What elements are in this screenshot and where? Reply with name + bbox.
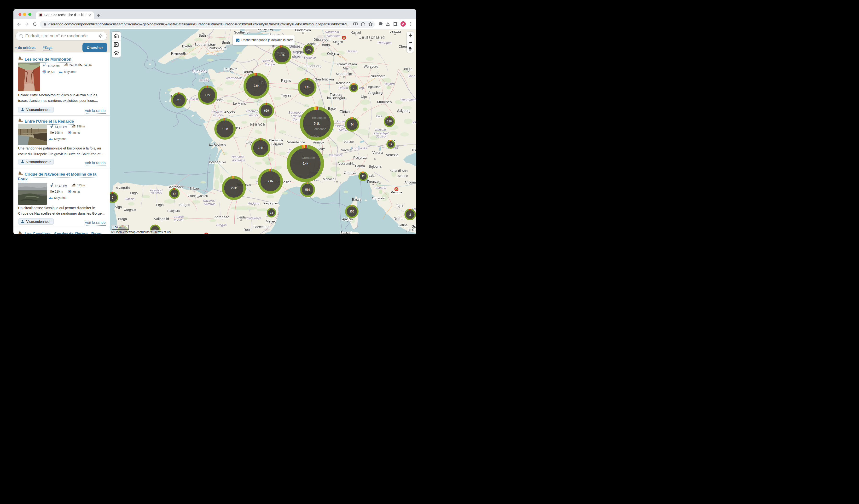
svg-text:Franche: Franche	[291, 114, 302, 118]
svg-text:Wallonie: Wallonie	[304, 56, 316, 59]
svg-text:Lugo: Lugo	[130, 191, 138, 195]
svg-text:Normandie: Normandie	[226, 76, 243, 80]
svg-text:Brigh: Brigh	[222, 41, 230, 44]
svg-text:Portsmouth: Portsmouth	[209, 46, 226, 50]
svg-text:Reus: Reus	[243, 228, 252, 232]
svg-text:Aragón: Aragón	[216, 223, 226, 227]
svg-text:2.3k: 2.3k	[231, 186, 237, 190]
svg-text:France: France	[250, 122, 265, 127]
svg-text:Alessandria: Alessandria	[337, 162, 355, 165]
svg-text:Asturies: Asturies	[151, 191, 162, 194]
svg-text:Jersey: Jersey	[199, 78, 210, 82]
svg-text:Verona: Verona	[372, 151, 383, 154]
svg-text:A Coruña: A Coruña	[116, 186, 130, 190]
svg-text:Catalunya: Catalunya	[247, 216, 261, 220]
svg-text:Karlsruhe: Karlsruhe	[336, 81, 350, 85]
svg-text:Lëtzebuerg: Lëtzebuerg	[303, 64, 321, 68]
svg-text:Grosseto: Grosseto	[372, 196, 385, 200]
svg-text:Grenoble: Grenoble	[302, 156, 315, 159]
svg-text:Annecy: Annecy	[313, 141, 324, 144]
svg-text:León: León	[156, 203, 164, 207]
svg-text:in Ca: in Ca	[408, 228, 416, 232]
svg-text:33: 33	[173, 192, 176, 195]
svg-text:France: France	[265, 62, 275, 66]
svg-text:Piemonte: Piemonte	[329, 153, 342, 157]
svg-text:1.1k: 1.1k	[304, 86, 310, 89]
svg-text:Koblenz: Koblenz	[327, 51, 339, 55]
svg-text:Troyes: Troyes	[281, 93, 291, 97]
svg-text:Bordeaux: Bordeaux	[209, 160, 224, 164]
svg-text:Kassel: Kassel	[351, 31, 361, 34]
svg-text:Genova: Genova	[344, 170, 357, 174]
svg-text:Bastia: Bastia	[352, 198, 361, 201]
svg-text:54: 54	[350, 123, 354, 126]
svg-text:Andorra: Andorra	[247, 202, 259, 205]
svg-text:Navarra /: Navarra /	[203, 199, 216, 202]
svg-text:Besançon: Besançon	[312, 116, 326, 120]
svg-text:Le Mans: Le Mans	[233, 102, 246, 105]
svg-text:Terni: Terni	[396, 204, 403, 208]
svg-text:1.2k: 1.2k	[205, 93, 210, 97]
svg-text:Deutschland: Deutschland	[358, 35, 385, 40]
svg-text:Parma: Parma	[355, 164, 365, 168]
svg-text:Salzburg: Salzburg	[397, 109, 410, 112]
svg-text:Hauts-d: Hauts-d	[261, 59, 273, 63]
svg-text:22: 22	[361, 175, 364, 178]
svg-text:Ulm: Ulm	[361, 95, 367, 98]
svg-text:6.4k: 6.4k	[302, 162, 308, 165]
svg-text:Südtirol: Südtirol	[376, 135, 386, 138]
svg-text:La Rochelle: La Rochelle	[209, 143, 226, 147]
svg-text:Monaco: Monaco	[323, 177, 334, 181]
svg-text:Sassari: Sassari	[340, 231, 351, 234]
svg-text:Basel: Basel	[328, 107, 336, 110]
svg-text:pezia: pezia	[367, 174, 375, 177]
svg-text:Clermont-: Clermont-	[269, 138, 283, 142]
svg-text:Latina: Latina	[398, 223, 407, 227]
svg-text:Burgos: Burgos	[179, 203, 190, 207]
svg-text:Mons: Mons	[276, 51, 285, 55]
svg-text:Centre-V: Centre-V	[246, 109, 259, 113]
svg-text:Vitoria-Gasteiz: Vitoria-Gasteiz	[187, 194, 208, 198]
svg-text:Aquitaine: Aquitaine	[231, 158, 245, 162]
svg-text:Rouen: Rouen	[243, 70, 253, 74]
svg-text:Varese: Varese	[344, 140, 354, 143]
svg-text:la Loire: la Loire	[213, 113, 224, 117]
svg-text:Vigo: Vigo	[115, 205, 122, 209]
svg-text:Düsseldorf: Düsseldorf	[313, 37, 331, 42]
svg-text:Jihoz: Jihoz	[407, 74, 415, 78]
svg-text:München: München	[377, 100, 392, 104]
svg-text:Valladolid: Valladolid	[154, 217, 169, 221]
svg-text:Frankfurt am: Frankfurt am	[336, 62, 357, 66]
svg-text:Zaragoza: Zaragoza	[214, 215, 229, 219]
svg-text:Palencia: Palencia	[167, 209, 180, 213]
svg-text:Marino: Marino	[398, 174, 408, 178]
svg-text:Plymouth: Plymouth	[171, 51, 186, 55]
svg-text:Lausanne: Lausanne	[313, 127, 326, 131]
svg-text:Lombardia: Lombardia	[352, 147, 367, 150]
svg-text:2: 2	[409, 213, 411, 216]
svg-text:Mataró: Mataró	[266, 219, 276, 223]
svg-text:Thüringen: Thüringen	[377, 41, 392, 45]
svg-text:589: 589	[305, 188, 310, 192]
svg-text:Genève: Genève	[308, 135, 319, 138]
svg-text:Saarbrücken: Saarbrücken	[315, 77, 334, 81]
svg-text:Novara: Novara	[341, 148, 351, 152]
svg-text:Nürnberg: Nürnberg	[371, 74, 386, 78]
svg-text:Guernsey: Guernsey	[192, 69, 207, 73]
svg-text:Galicia: Galicia	[125, 197, 135, 201]
svg-text:2.6k: 2.6k	[268, 180, 273, 183]
svg-text:Firenze: Firenze	[367, 180, 378, 183]
svg-text:Roma: Roma	[394, 216, 404, 220]
svg-text:Ancona: Ancona	[404, 180, 416, 184]
svg-text:Piacenza: Piacenza	[353, 156, 367, 159]
svg-text:Siegen: Siegen	[333, 40, 343, 44]
svg-text:17: 17	[389, 143, 392, 146]
svg-text:Leipzig: Leipzig	[389, 29, 401, 33]
svg-text:Tirol: Tirol	[375, 114, 382, 118]
svg-text:Braga: Braga	[118, 217, 127, 221]
svg-text:Trentino-: Trentino-	[375, 128, 387, 132]
svg-text:13: 13	[270, 211, 273, 214]
svg-text:1.6k: 1.6k	[222, 127, 228, 131]
svg-text:Southend-: Southend-	[234, 30, 250, 34]
svg-text:im Breisgau: im Breisgau	[327, 96, 345, 100]
